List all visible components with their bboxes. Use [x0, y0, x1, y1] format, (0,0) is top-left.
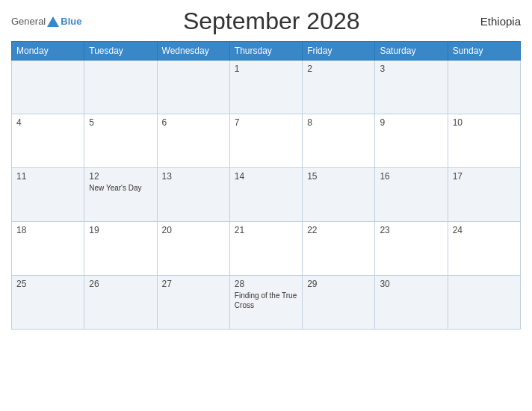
calendar-day-cell: 20 — [157, 222, 229, 276]
day-number: 17 — [453, 171, 516, 182]
day-number: 16 — [380, 171, 442, 182]
calendar-day-cell — [12, 61, 84, 114]
day-event: Finding of the True Cross — [235, 291, 297, 310]
calendar-day-cell: 29 — [303, 276, 375, 330]
day-number: 25 — [16, 279, 79, 289]
calendar-day-cell: 2 — [303, 61, 375, 114]
calendar-week-row: 45678910 — [12, 114, 521, 168]
calendar-day-cell: 28Finding of the True Cross — [229, 276, 302, 330]
day-number: 2 — [307, 64, 370, 74]
calendar-day-cell: 24 — [448, 222, 520, 276]
calendar-day-cell: 26 — [84, 276, 157, 330]
calendar-day-cell: 7 — [229, 114, 302, 168]
calendar-week-row: 25262728Finding of the True Cross2930 — [12, 276, 521, 330]
day-number: 8 — [307, 117, 370, 128]
calendar-table: MondayTuesdayWednesdayThursdayFridaySatu… — [11, 41, 521, 330]
logo-general: General — [11, 16, 46, 27]
day-number: 19 — [89, 225, 152, 235]
day-event: New Year's Day — [89, 183, 152, 193]
calendar-header: General Blue September 2028 Ethiopia — [11, 7, 521, 35]
day-number: 13 — [162, 171, 225, 182]
calendar-day-cell: 1 — [229, 61, 302, 114]
calendar-day-cell: 16 — [375, 168, 448, 222]
day-number: 30 — [380, 279, 442, 289]
days-of-week-row: MondayTuesdayWednesdayThursdayFridaySatu… — [12, 42, 521, 61]
day-of-week-header: Tuesday — [84, 42, 157, 61]
day-of-week-header: Wednesday — [157, 42, 229, 61]
calendar-day-cell: 25 — [12, 276, 84, 330]
calendar-day-cell: 27 — [157, 276, 229, 330]
calendar-week-row: 1112New Year's Day1314151617 — [12, 168, 521, 222]
calendar-day-cell: 8 — [303, 114, 375, 168]
calendar-week-row: 18192021222324 — [12, 222, 521, 276]
day-of-week-header: Thursday — [229, 42, 302, 61]
calendar-day-cell: 10 — [448, 114, 520, 168]
calendar-day-cell: 19 — [84, 222, 157, 276]
country-label: Ethiopia — [461, 15, 521, 28]
calendar-day-cell: 5 — [84, 114, 157, 168]
calendar-day-cell: 21 — [229, 222, 302, 276]
calendar-day-cell: 22 — [303, 222, 375, 276]
calendar-day-cell — [448, 276, 520, 330]
day-number: 10 — [453, 117, 516, 128]
calendar-day-cell: 6 — [157, 114, 229, 168]
day-number: 11 — [16, 171, 79, 182]
day-of-week-header: Friday — [303, 42, 375, 61]
day-number: 3 — [380, 64, 442, 74]
day-of-week-header: Saturday — [375, 42, 448, 61]
calendar-day-cell — [448, 61, 520, 114]
day-number: 28 — [235, 279, 297, 289]
day-number: 12 — [89, 171, 152, 182]
month-title: September 2028 — [81, 7, 461, 35]
logo-triangle-icon — [47, 16, 59, 27]
day-number: 15 — [307, 171, 370, 182]
calendar-day-cell: 15 — [303, 168, 375, 222]
calendar-day-cell: 17 — [448, 168, 520, 222]
day-number: 23 — [380, 225, 442, 235]
logo: General Blue — [11, 16, 81, 27]
calendar-day-cell: 30 — [375, 276, 448, 330]
day-number: 18 — [16, 225, 79, 235]
day-number: 14 — [235, 171, 297, 182]
calendar-day-cell — [157, 61, 229, 114]
day-number: 24 — [453, 225, 516, 235]
day-number: 21 — [235, 225, 297, 235]
calendar-week-row: 123 — [12, 61, 521, 114]
day-number: 9 — [380, 117, 442, 128]
day-of-week-header: Sunday — [448, 42, 520, 61]
day-number: 5 — [89, 117, 152, 128]
day-number: 4 — [16, 117, 79, 128]
day-number: 20 — [162, 225, 225, 235]
calendar-day-cell — [84, 61, 157, 114]
calendar-header-row: MondayTuesdayWednesdayThursdayFridaySatu… — [12, 42, 521, 61]
day-number: 27 — [162, 279, 225, 289]
calendar-day-cell: 12New Year's Day — [84, 168, 157, 222]
calendar-body: 123456789101112New Year's Day13141516171… — [12, 61, 521, 330]
calendar-day-cell: 4 — [12, 114, 84, 168]
day-number: 1 — [235, 64, 297, 74]
calendar-day-cell: 9 — [375, 114, 448, 168]
logo-blue: Blue — [61, 16, 81, 27]
calendar-day-cell: 13 — [157, 168, 229, 222]
day-number: 29 — [307, 279, 370, 289]
calendar-day-cell: 14 — [229, 168, 302, 222]
day-number: 6 — [162, 117, 225, 128]
day-number: 22 — [307, 225, 370, 235]
calendar-day-cell: 18 — [12, 222, 84, 276]
calendar-day-cell: 11 — [12, 168, 84, 222]
calendar-day-cell: 23 — [375, 222, 448, 276]
day-number: 7 — [235, 117, 297, 128]
calendar-day-cell: 3 — [375, 61, 448, 114]
day-number: 26 — [89, 279, 152, 289]
day-of-week-header: Monday — [12, 42, 84, 61]
